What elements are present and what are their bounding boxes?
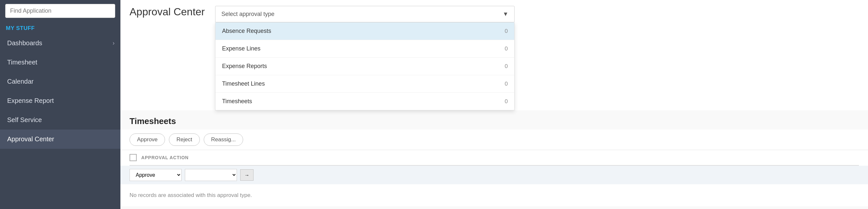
- sidebar-item-label: Expense Report: [7, 97, 54, 104]
- dropdown-item-label: Expense Reports: [222, 63, 267, 70]
- search-input[interactable]: [5, 4, 115, 18]
- dropdown-item-count: 0: [501, 28, 508, 34]
- dropdown-menu: Absence Requests0Expense Lines0Expense R…: [215, 23, 515, 110]
- dropdown-item-label: Expense Lines: [222, 45, 260, 52]
- main-content: Approval Center Select approval type ▼ A…: [120, 0, 868, 209]
- dropdown-item-timesheets[interactable]: Timesheets0: [215, 93, 514, 110]
- sidebar-item-dashboards[interactable]: Dashboards›: [0, 33, 120, 53]
- sidebar-item-approval-center[interactable]: Approval Center: [0, 129, 120, 149]
- sidebar-item-timesheet[interactable]: Timesheet: [0, 53, 120, 72]
- approve-select-2[interactable]: [185, 169, 237, 181]
- chevron-right-icon: ›: [113, 40, 115, 47]
- approve-row: Approve →: [120, 166, 868, 184]
- dropdown-item-expense-reports[interactable]: Expense Reports0: [215, 58, 514, 75]
- page-title: Approval Center: [129, 6, 205, 18]
- table-header-row: APPROVAL ACTION: [129, 150, 859, 166]
- approve-submit-button[interactable]: →: [240, 169, 253, 181]
- sidebar-item-label: Dashboards: [7, 39, 42, 47]
- dropdown-item-count: 0: [501, 81, 508, 87]
- sidebar-nav-list: Dashboards›TimesheetCalendarExpense Repo…: [0, 33, 120, 209]
- dropdown-item-label: Timesheet Lines: [222, 81, 265, 87]
- chevron-down-icon: ▼: [502, 11, 508, 18]
- col-approval-action: APPROVAL ACTION: [141, 155, 189, 160]
- approve-select[interactable]: Approve: [129, 169, 182, 181]
- toolbar-btn-approve[interactable]: Approve: [129, 133, 165, 146]
- dropdown-item-label: Absence Requests: [222, 28, 271, 34]
- dropdown-placeholder: Select approval type: [221, 11, 274, 18]
- select-all-checkbox[interactable]: [129, 154, 137, 161]
- approval-type-dropdown-wrapper: Select approval type ▼ Absence Requests0…: [215, 6, 515, 110]
- toolbar-btn-reject[interactable]: Reject: [169, 133, 199, 146]
- sidebar-item-expense-report[interactable]: Expense Report: [0, 91, 120, 110]
- dropdown-item-label: Timesheets: [222, 98, 252, 105]
- sidebar-item-label: Approval Center: [7, 136, 54, 143]
- sidebar-item-label: Timesheet: [7, 59, 37, 66]
- section-title: Timesheets: [120, 110, 868, 129]
- sidebar-search-area: [0, 0, 120, 22]
- dropdown-item-count: 0: [501, 98, 508, 105]
- toolbar-btn-reassig...[interactable]: Reassig...: [204, 133, 243, 146]
- table-area: APPROVAL ACTION: [120, 150, 868, 166]
- sidebar-item-label: Self Service: [7, 116, 42, 124]
- dropdown-item-count: 0: [501, 46, 508, 52]
- toolbar: ApproveRejectReassig...: [120, 129, 868, 150]
- dropdown-item-timesheet-lines[interactable]: Timesheet Lines0: [215, 75, 514, 93]
- sidebar-item-label: Calendar: [7, 78, 33, 85]
- no-records-message: No records are associated with this appr…: [120, 184, 868, 206]
- approval-type-select[interactable]: Select approval type ▼: [215, 6, 515, 23]
- sidebar-item-self-service[interactable]: Self Service: [0, 110, 120, 129]
- dropdown-item-count: 0: [501, 63, 508, 70]
- dropdown-item-expense-lines[interactable]: Expense Lines0: [215, 40, 514, 58]
- dropdown-item-absence-requests[interactable]: Absence Requests0: [215, 23, 514, 40]
- sidebar-item-calendar[interactable]: Calendar: [0, 72, 120, 91]
- sidebar-section-label: MY STUFF: [0, 22, 120, 33]
- sidebar: MY STUFF Dashboards›TimesheetCalendarExp…: [0, 0, 120, 209]
